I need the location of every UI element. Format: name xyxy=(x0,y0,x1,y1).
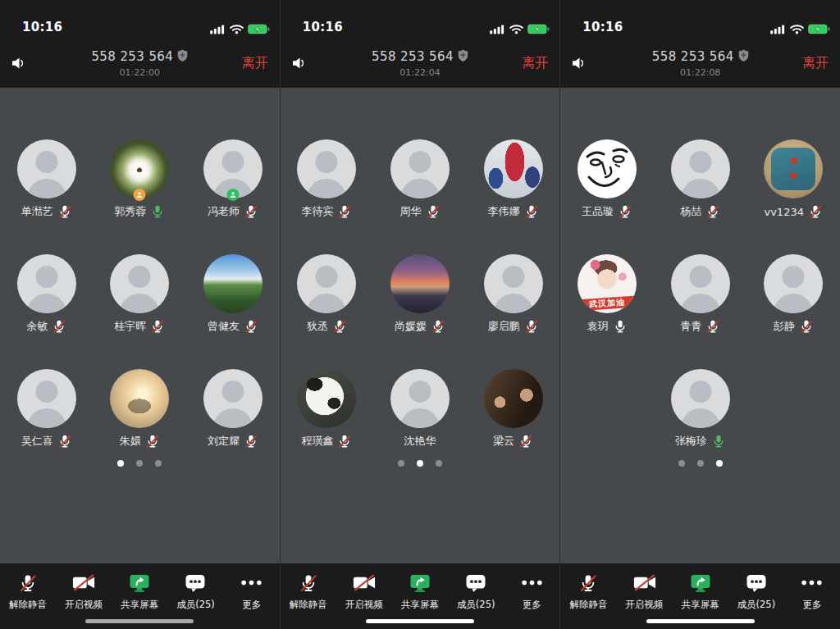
shield-icon[interactable] xyxy=(458,49,468,65)
speaker-icon[interactable] xyxy=(291,57,308,71)
default-avatar xyxy=(110,254,169,313)
participant-tile[interactable]: 吴仁喜 xyxy=(0,369,94,449)
default-avatar xyxy=(203,369,262,428)
participant-tile[interactable]: 程璜鑫 xyxy=(281,369,374,449)
page-dot-2 xyxy=(136,460,143,467)
mic-muted-icon xyxy=(426,204,441,219)
mic-muted-icon xyxy=(145,434,160,449)
home-indicator[interactable] xyxy=(85,619,194,623)
participant-tile[interactable]: 郭秀蓉 xyxy=(94,139,187,220)
default-avatar xyxy=(17,254,76,313)
participant-tile[interactable]: 杨喆 xyxy=(654,139,747,220)
participants-area[interactable]: 王品璇 杨喆 vv1234 武汉加油 袁玥 青青 彭静 xyxy=(560,88,840,563)
meeting-id: 558 253 564 xyxy=(91,49,173,64)
participant-tile[interactable]: vv1234 xyxy=(746,139,840,220)
participant-tile[interactable]: 梁云 xyxy=(467,369,560,449)
status-time: 10:16 xyxy=(303,20,343,34)
participant-tile[interactable]: 刘定耀 xyxy=(186,369,280,449)
default-avatar xyxy=(390,369,450,428)
participant-tile[interactable]: 余敏 xyxy=(0,254,94,335)
participant-tile[interactable]: 周华 xyxy=(373,139,467,220)
participant-tile[interactable]: 尚媛媛 xyxy=(373,254,467,335)
status-time: 10:16 xyxy=(22,20,62,34)
mic-muted-icon xyxy=(705,319,720,334)
participant-tile[interactable]: 单湉艺 xyxy=(0,139,94,220)
toolbar-button-label: 更多 xyxy=(523,599,541,611)
home-indicator[interactable] xyxy=(646,619,755,623)
participant-tile[interactable]: 彭静 xyxy=(746,254,840,335)
participant-tile[interactable]: 廖启鹏 xyxy=(467,254,560,335)
speaker-icon[interactable] xyxy=(571,57,588,71)
leave-button[interactable]: 离开 xyxy=(522,55,548,72)
participant-name: 彭静 xyxy=(774,319,795,334)
default-avatar xyxy=(17,139,76,198)
participant-tile[interactable]: 王品璇 xyxy=(560,139,654,220)
toolbar-button-mic-muted[interactable]: 解除静音 xyxy=(560,572,616,629)
participant-name: 程璜鑫 xyxy=(301,434,333,449)
page-dot-1 xyxy=(398,460,404,467)
wifi-icon xyxy=(509,24,523,34)
leave-button[interactable]: 离开 xyxy=(802,55,829,72)
shield-icon[interactable] xyxy=(738,49,749,65)
participant-tile[interactable]: 青青 xyxy=(654,254,747,335)
participant-tile[interactable]: 武汉加油 袁玥 xyxy=(560,254,654,335)
toolbar-button-label: 共享屏幕 xyxy=(682,599,719,611)
toolbar-button-mic-muted[interactable]: 解除静音 xyxy=(281,572,336,629)
home-indicator[interactable] xyxy=(366,619,474,623)
participant-tile[interactable]: 朱嬛 xyxy=(94,369,187,449)
default-avatar xyxy=(203,139,262,198)
photo-avatar xyxy=(110,139,169,198)
meeting-timer: 01:22:00 xyxy=(91,67,188,78)
participant-name: 余敏 xyxy=(26,319,48,334)
toolbar-button-more[interactable]: 更多 xyxy=(224,572,280,629)
battery-charging-icon xyxy=(527,24,550,34)
participant-tile[interactable]: 曾健友 xyxy=(186,254,280,335)
participant-tile[interactable]: 张梅珍 xyxy=(654,369,747,449)
participant-tile[interactable]: 沈艳华 xyxy=(373,369,467,449)
leave-button[interactable]: 离开 xyxy=(242,55,268,72)
toolbar-button-label: 成员(25) xyxy=(457,599,495,611)
participant-tile[interactable]: 桂宇晖 xyxy=(94,254,187,335)
participants-area[interactable]: 单湉艺 郭秀蓉 冯老师 余敏 桂宇晖 曾健友 xyxy=(0,88,280,563)
participant-tile[interactable]: 狄丞 xyxy=(281,254,374,335)
toolbar-button-more[interactable]: 更多 xyxy=(504,572,559,629)
participant-name: 冯老师 xyxy=(208,204,240,219)
toolbar-button-mic-muted[interactable]: 解除静音 xyxy=(0,572,56,629)
participant-name: 沈艳华 xyxy=(404,434,436,449)
page-dot-2 xyxy=(417,460,423,467)
shield-icon[interactable] xyxy=(177,49,188,65)
participant-name: 郭秀蓉 xyxy=(114,204,146,219)
mic-muted-icon xyxy=(431,319,445,334)
camera-off-icon xyxy=(632,572,657,593)
participant-tile[interactable]: 冯老师 xyxy=(186,139,280,220)
default-avatar xyxy=(17,369,76,428)
participant-tile[interactable]: 李待宾 xyxy=(281,139,374,220)
participants-area[interactable]: 李待宾 周华 李伟娜 狄丞 尚媛媛 廖启鹏 xyxy=(281,88,560,563)
participant-tile[interactable]: 李伟娜 xyxy=(467,139,560,220)
participant-name: 王品璇 xyxy=(582,204,614,219)
toolbar-button-label: 解除静音 xyxy=(569,599,607,611)
photo-avatar xyxy=(764,139,823,198)
toolbar-button-more[interactable]: 更多 xyxy=(784,572,840,629)
page-dot-3 xyxy=(155,460,162,467)
participant-name: 尚媛媛 xyxy=(395,319,427,334)
mic-muted-icon xyxy=(578,572,598,593)
speaker-icon[interactable] xyxy=(11,57,28,71)
wifi-icon xyxy=(230,24,244,34)
signal-icon xyxy=(210,24,226,34)
toolbar-button-label: 共享屏幕 xyxy=(121,599,158,611)
participant-name: 桂宇晖 xyxy=(114,319,146,334)
wifi-icon xyxy=(790,24,804,34)
participant-name: 曾健友 xyxy=(208,319,240,334)
mic-active-icon xyxy=(711,434,726,449)
members-icon xyxy=(465,572,486,593)
status-icons xyxy=(770,24,830,34)
page-dot-1 xyxy=(117,460,124,467)
participant-grid: 单湉艺 郭秀蓉 冯老师 余敏 桂宇晖 曾健友 xyxy=(0,139,280,449)
more-icon xyxy=(521,572,543,593)
meeting-header: 558 253 564 01:22:08 离开 xyxy=(560,39,840,88)
mic-muted-icon xyxy=(18,572,38,593)
toolbar-button-label: 共享屏幕 xyxy=(401,599,439,611)
toolbar-button-label: 开启视频 xyxy=(345,599,383,611)
meeting-timer: 01:22:08 xyxy=(652,67,749,78)
